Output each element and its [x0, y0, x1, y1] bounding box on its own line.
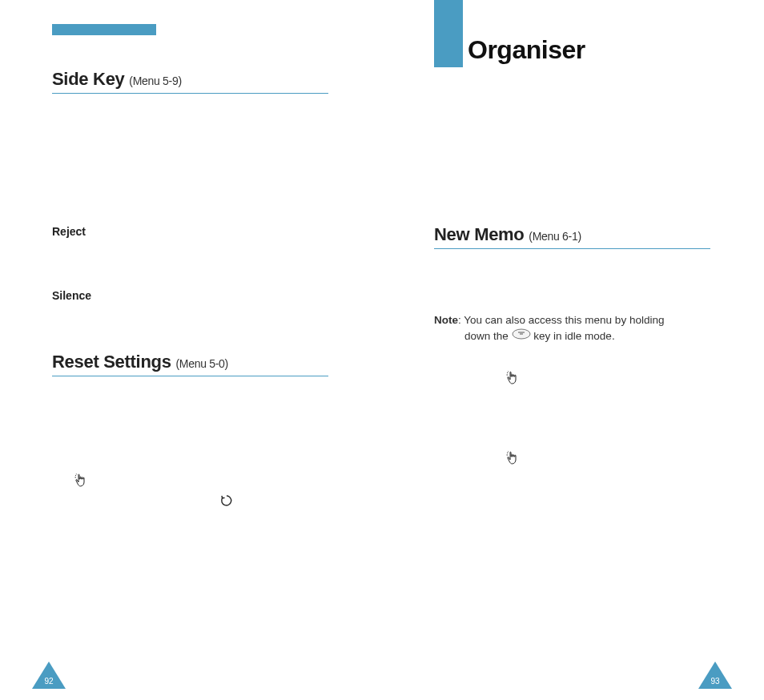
section-title: Reset Settings	[52, 352, 171, 372]
option-reject: Reject	[52, 225, 334, 238]
left-page: Side Key (Menu 5-9) Reject Silence Reset…	[0, 0, 382, 700]
heading-rule	[434, 248, 710, 249]
note-block: Note: You can also access this menu by h…	[434, 313, 712, 344]
hand-pointer-icon	[506, 451, 712, 466]
heading-rule	[52, 376, 328, 376]
right-page: New Memo (Menu 6-1) Note: You can also a…	[382, 0, 764, 700]
note-text-c: key in idle mode.	[533, 329, 614, 341]
section-menu-ref: (Menu 6-1)	[529, 230, 581, 243]
key-icon	[512, 328, 531, 344]
page-number-left: 92	[32, 677, 66, 686]
hand-pointer-icon	[74, 473, 334, 488]
note-text-b: down the	[464, 329, 509, 341]
section-title: Side Key	[52, 69, 125, 89]
section-title: New Memo	[434, 224, 525, 244]
section-menu-ref: (Menu 5-0)	[175, 357, 227, 370]
section-heading-side-key: Side Key (Menu 5-9)	[52, 69, 334, 90]
heading-rule	[52, 93, 328, 94]
page-number-right: 93	[698, 677, 732, 686]
section-heading-new-memo: New Memo (Menu 6-1)	[434, 224, 712, 245]
section-heading-reset: Reset Settings (Menu 5-0)	[52, 352, 334, 372]
note-text-a: : You can also access this menu by holdi…	[458, 314, 664, 326]
section-menu-ref: (Menu 5-9)	[129, 74, 181, 87]
option-silence: Silence	[52, 289, 334, 302]
hand-pointer-icon	[506, 370, 712, 385]
rotate-icon	[220, 493, 334, 507]
page-accent-bar	[52, 24, 156, 35]
note-label: Note	[434, 314, 458, 326]
